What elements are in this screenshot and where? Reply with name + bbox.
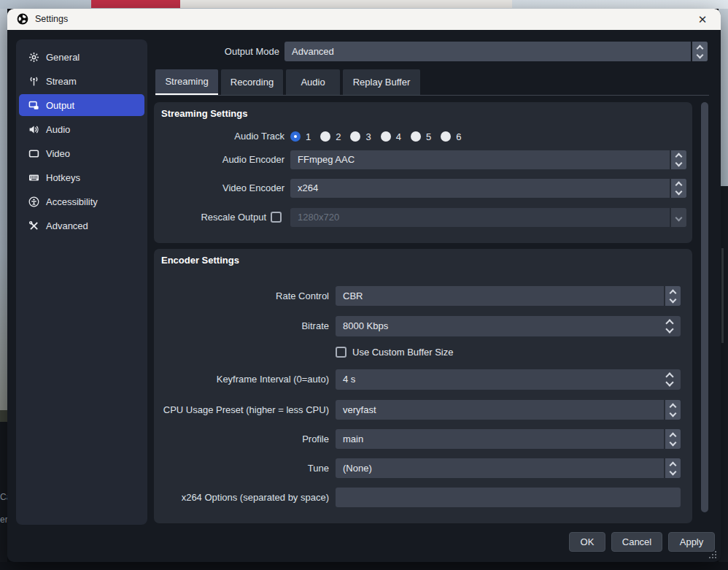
radio-label: 2 xyxy=(336,131,341,142)
combo-spinner[interactable] xyxy=(664,400,681,420)
output-icon xyxy=(28,99,39,111)
sidebar-item-label: Accessibility xyxy=(46,196,98,207)
video-encoder-select[interactable]: x264 xyxy=(290,179,686,198)
settings-window: Settings ✕ General Stream xyxy=(7,9,721,562)
combo-spinner[interactable] xyxy=(670,179,686,198)
encoder-settings-panel: Encoder Settings Rate Control CBR Bitrat… xyxy=(154,249,692,523)
tab-divider xyxy=(155,95,709,96)
desktop-left-sky xyxy=(0,9,7,410)
sidebar-item-video[interactable]: Video xyxy=(19,142,144,164)
spin-down-icon[interactable] xyxy=(665,325,673,333)
sidebar-item-label: Stream xyxy=(46,76,77,87)
sidebar-item-hotkeys[interactable]: Hotkeys xyxy=(19,166,144,188)
obs-logo-icon xyxy=(17,13,28,25)
panel-title: Streaming Settings xyxy=(161,108,247,119)
keyboard-icon xyxy=(28,172,39,183)
radio-track-5[interactable] xyxy=(411,131,421,142)
video-encoder-value: x264 xyxy=(298,182,318,193)
monitor-icon xyxy=(28,147,39,159)
sidebar-item-advanced[interactable]: Advanced xyxy=(19,215,144,236)
radio-label: 4 xyxy=(396,131,401,142)
radio-track-4[interactable] xyxy=(381,131,391,142)
sidebar-item-label: General xyxy=(46,52,80,63)
rescale-output-checkbox[interactable] xyxy=(271,212,282,223)
sidebar-item-label: Output xyxy=(46,100,74,111)
desktop: { "window": { "title": "Settings", "clos… xyxy=(0,0,728,570)
custom-buffer-label: Use Custom Buffer Size xyxy=(352,344,453,361)
antenna-icon xyxy=(28,75,39,87)
keyframe-interval-label: Keyframe Interval (0=auto) xyxy=(154,369,329,390)
radio-track-2[interactable] xyxy=(320,131,330,142)
radio-label: 6 xyxy=(456,131,461,142)
audio-encoder-select[interactable]: FFmpeg AAC xyxy=(290,150,686,169)
bitrate-label: Bitrate xyxy=(154,316,329,336)
titlebar[interactable]: Settings ✕ xyxy=(7,9,721,30)
tab-label: Streaming xyxy=(165,76,208,87)
streaming-settings-panel: Streaming Settings Audio Track 1 2 3 4 5… xyxy=(154,102,692,243)
radio-track-1[interactable] xyxy=(290,131,301,142)
tools-icon xyxy=(28,220,39,231)
cpu-preset-value: veryfast xyxy=(343,404,376,415)
desktop-right-streak xyxy=(721,248,724,343)
output-mode-select[interactable]: Advanced xyxy=(284,42,708,61)
desktop-white-bar xyxy=(180,0,512,8)
rescale-resolution-select[interactable]: 1280x720 xyxy=(290,208,686,227)
sidebar-item-label: Audio xyxy=(46,124,70,135)
vertical-scrollbar[interactable] xyxy=(701,102,708,512)
sidebar-item-audio[interactable]: Audio xyxy=(19,118,144,140)
output-mode-value: Advanced xyxy=(292,46,334,57)
close-icon[interactable]: ✕ xyxy=(692,9,713,30)
audio-encoder-value: FFmpeg AAC xyxy=(298,154,355,165)
panel-title: Encoder Settings xyxy=(161,255,239,266)
keyframe-interval-value: 4 s xyxy=(343,374,355,385)
combo-spinner[interactable] xyxy=(664,429,681,449)
tune-select[interactable]: (None) xyxy=(336,458,681,478)
audio-encoder-label: Audio Encoder xyxy=(154,150,284,169)
bitrate-spinbox[interactable]: 8000 Kbps xyxy=(336,316,681,336)
x264-options-input[interactable] xyxy=(336,488,681,507)
desktop-red-bar xyxy=(91,0,180,8)
sidebar-item-accessibility[interactable]: Accessibility xyxy=(19,190,144,212)
tab-audio[interactable]: Audio xyxy=(286,69,340,95)
rate-control-select[interactable]: CBR xyxy=(336,286,681,306)
combo-spinner[interactable] xyxy=(664,286,681,306)
rate-control-label: Rate Control xyxy=(154,286,329,306)
apply-button[interactable]: Apply xyxy=(668,532,715,552)
resize-grip[interactable] xyxy=(709,551,716,558)
combo-spinner[interactable] xyxy=(664,458,681,478)
combo-spinner[interactable] xyxy=(670,150,686,169)
sidebar-item-label: Video xyxy=(46,148,70,159)
radio-label: 3 xyxy=(365,131,371,142)
rescale-output-label: Rescale Output xyxy=(154,208,266,227)
keyframe-interval-spinbox[interactable]: 4 s xyxy=(336,369,681,390)
tab-recording[interactable]: Recording xyxy=(221,69,283,95)
speaker-icon xyxy=(28,123,39,135)
bitrate-value: 8000 Kbps xyxy=(343,320,388,331)
radio-track-3[interactable] xyxy=(350,131,360,142)
sidebar-item-general[interactable]: General xyxy=(19,46,144,68)
tab-replay-buffer[interactable]: Replay Buffer xyxy=(343,69,420,95)
desktop-bottom-strip xyxy=(0,562,728,570)
profile-label: Profile xyxy=(154,429,329,449)
combo-spinner[interactable] xyxy=(691,42,708,61)
ok-button[interactable]: OK xyxy=(569,532,605,552)
cancel-button[interactable]: Cancel xyxy=(611,532,662,552)
tab-label: Replay Buffer xyxy=(353,77,411,88)
audio-track-radios: 1 2 3 4 5 6 xyxy=(290,127,471,146)
output-mode-label: Output Mode xyxy=(133,42,279,61)
profile-select[interactable]: main xyxy=(336,429,681,449)
gear-icon xyxy=(28,51,39,63)
tab-label: Recording xyxy=(231,77,274,88)
tune-label: Tune xyxy=(154,458,329,478)
custom-buffer-checkbox[interactable] xyxy=(336,347,346,358)
radio-track-6[interactable] xyxy=(441,131,451,142)
cpu-preset-select[interactable]: veryfast xyxy=(336,400,681,420)
sidebar-item-stream[interactable]: Stream xyxy=(19,70,144,92)
video-encoder-label: Video Encoder xyxy=(154,179,284,198)
tab-streaming[interactable]: Streaming xyxy=(155,69,218,95)
radio-label: 1 xyxy=(306,131,311,142)
sidebar-item-output[interactable]: Output xyxy=(19,94,144,116)
spin-down-icon[interactable] xyxy=(665,378,673,386)
tab-label: Audio xyxy=(301,77,325,88)
audio-track-label: Audio Track xyxy=(154,127,284,146)
